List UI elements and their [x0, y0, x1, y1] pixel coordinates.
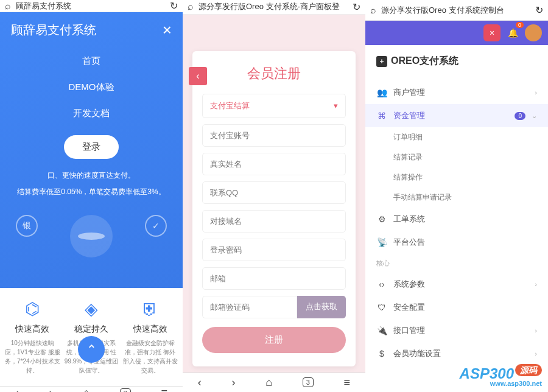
menu-api[interactable]: 🔌 接口管理 › — [365, 319, 548, 342]
search-icon[interactable]: ⌕ — [5, 1, 11, 12]
nav-demo[interactable]: DEMO体验 — [0, 74, 183, 100]
menu-label: 商户管理 — [393, 87, 529, 98]
home-icon[interactable]: ⌂ — [83, 387, 90, 392]
submenu-funds: 订单明细 结算记录 结算操作 手动结算申请记录 — [365, 127, 548, 208]
page-title: 源分享发行版Oreo 支付系统控制台 — [381, 5, 530, 16]
chevron-down-icon: ⌄ — [532, 112, 537, 120]
broadcast-icon: 📡 — [376, 237, 387, 247]
password-field[interactable] — [202, 239, 346, 261]
submenu-manual-settlement[interactable]: 手动结算申请记录 — [393, 187, 548, 208]
submenu-orders[interactable]: 订单明细 — [393, 127, 548, 147]
tagline-2: 结算费率低至0.05%，单笔交易费率低至3%。 — [0, 184, 183, 200]
nav-docs[interactable]: 开发文档 — [0, 100, 183, 127]
menu-announcements[interactable]: 📡 平台公告 — [365, 231, 548, 254]
page-title: 源分享发行版Oreo 支付系统-商户面板登 — [198, 1, 348, 12]
menu-icon[interactable]: ≡ — [344, 376, 351, 389]
address-bar: ⌕ 源分享发行版Oreo 支付系统控制台 ↻ — [365, 0, 548, 21]
screen-1: ⌕ 顾辞易支付系统 ↻ 顾辞易支付系统 × 首页 DEMO体验 开发文档 登录 … — [0, 0, 183, 392]
scroll-top-button[interactable]: ⌃ — [78, 336, 105, 363]
shield-icon: ⛨ — [122, 299, 178, 319]
sidebar-menu: 👥 商户管理 › ⌘ 资金管理 0 ⌄ 订单明细 结算记录 结算操作 手动结算申… — [365, 77, 548, 369]
menu-badge: 0 — [515, 112, 525, 120]
section-core: 核心 — [365, 254, 548, 273]
code-icon: ‹› — [376, 279, 387, 289]
menu-label: 会员功能设置 — [393, 348, 529, 359]
register-button[interactable]: 注册 — [202, 327, 346, 353]
menu-label: 工单系统 — [393, 214, 537, 225]
submenu-settlement-records[interactable]: 结算记录 — [393, 147, 548, 167]
check-icon: ✓ — [145, 215, 167, 237]
realname-field[interactable] — [202, 153, 346, 175]
chevron-right-icon: › — [535, 281, 537, 288]
tabs-button[interactable]: 3 — [303, 377, 314, 387]
menu-member-features[interactable]: $ 会员功能设置 › — [365, 342, 548, 365]
center-graphic — [70, 215, 113, 257]
back-icon[interactable]: ‹ — [198, 376, 202, 389]
search-icon[interactable]: ⌕ — [370, 5, 376, 16]
login-button[interactable]: 登录 — [64, 135, 119, 159]
chevron-right-icon: › — [535, 89, 537, 96]
settlement-select[interactable]: 支付宝结算 ▾ — [202, 94, 346, 118]
menu-system-params[interactable]: ‹› 系统参数 › — [365, 273, 548, 296]
browser-bottom-nav: ‹ › ⌂ 3 ≡ — [183, 373, 365, 392]
chevron-right-icon: › — [535, 350, 537, 357]
nav-home[interactable]: 首页 — [0, 48, 183, 74]
plug-icon: 🔌 — [376, 326, 387, 335]
refresh-icon[interactable]: ↻ — [170, 0, 178, 12]
chevron-down-icon: ▾ — [334, 101, 338, 110]
refresh-icon[interactable]: ↻ — [353, 1, 360, 13]
chevron-right-icon: › — [535, 327, 537, 334]
close-button[interactable]: × — [483, 24, 501, 41]
forward-icon[interactable]: › — [49, 387, 53, 392]
menu-funds[interactable]: ⌘ 资金管理 0 ⌄ — [365, 104, 548, 127]
users-icon: 👥 — [376, 88, 387, 97]
hero-section: 顾辞易支付系统 × 首页 DEMO体验 开发文档 登录 口、更快的速度直达支付。… — [0, 12, 183, 288]
menu-icon[interactable]: ≡ — [161, 387, 168, 392]
app-header: 顾辞易支付系统 × — [0, 12, 183, 48]
refresh-icon[interactable]: ↻ — [535, 4, 543, 16]
feature-title: 稳定持久 — [64, 324, 119, 335]
browser-bottom-nav: ‹ › ⌂ 3 ≡ — [0, 386, 183, 392]
grid-icon: ⌘ — [376, 111, 387, 121]
verify-code-field[interactable] — [202, 296, 297, 318]
main-nav: 首页 DEMO体验 开发文档 登录 — [0, 48, 183, 167]
menu-label: 安全配置 — [393, 302, 537, 313]
search-icon[interactable]: ⌕ — [188, 1, 194, 12]
qq-field[interactable] — [202, 181, 346, 204]
feature-desc: 金融级安全防护标准，强有力抵 御外部入侵，支持高并发交易。 — [122, 338, 178, 375]
unionpay-icon: 银 — [16, 215, 38, 237]
register-title: 会员注册 — [202, 65, 346, 83]
submenu-settlement-ops[interactable]: 结算操作 — [393, 167, 548, 187]
app-title: 顾辞易支付系统 — [11, 22, 96, 38]
menu-label: 接口管理 — [393, 325, 529, 336]
address-bar: ⌕ 源分享发行版Oreo 支付系统-商户面板登 ↻ — [183, 0, 365, 15]
forward-icon[interactable]: › — [232, 376, 236, 389]
close-icon[interactable]: × — [163, 21, 172, 40]
select-value: 支付宝结算 — [210, 100, 250, 111]
home-icon[interactable]: ⌂ — [265, 376, 272, 389]
back-button[interactable]: ‹ — [189, 67, 207, 85]
get-code-button[interactable]: 点击获取 — [297, 296, 346, 318]
payment-icons: 银 ✓ — [0, 200, 183, 288]
avatar[interactable] — [525, 24, 542, 41]
feature-title: 快速高效 — [5, 324, 60, 335]
top-bar: × 🔔0 — [365, 21, 548, 45]
email-field[interactable] — [202, 267, 346, 290]
menu-tickets[interactable]: ⚙ 工单系统 — [365, 208, 548, 231]
feature-fast: ⌬ 快速高效 10分钟超快速响应，1V1专业客 服服务，7*24小时技术支持。 — [5, 299, 60, 375]
register-card: 会员注册 支付宝结算 ▾ 点击获取 注册 — [192, 51, 356, 366]
notifications-button[interactable]: 🔔0 — [504, 24, 521, 41]
tagline-1: 口、更快的速度直达支付。 — [0, 167, 183, 184]
dollar-icon: $ — [376, 349, 387, 359]
back-icon[interactable]: ‹ — [15, 387, 19, 392]
feature-desc: 10分钟超快速响应，1V1专业客 服服务，7*24小时技术支持。 — [5, 338, 60, 375]
plus-icon: + — [376, 56, 387, 67]
tabs-button[interactable]: 3 — [120, 388, 131, 392]
alipay-account-field[interactable] — [202, 124, 346, 147]
brand-logo: + OREO支付系统 — [365, 45, 548, 77]
screen-3: ⌕ 源分享发行版Oreo 支付系统控制台 ↻ × 🔔0 + OREO支付系统 👥… — [365, 0, 548, 392]
layers-icon: ◈ — [64, 299, 119, 319]
menu-security[interactable]: 🛡 安全配置 — [365, 296, 548, 319]
menu-merchant[interactable]: 👥 商户管理 › — [365, 81, 548, 104]
domain-field[interactable] — [202, 210, 346, 233]
